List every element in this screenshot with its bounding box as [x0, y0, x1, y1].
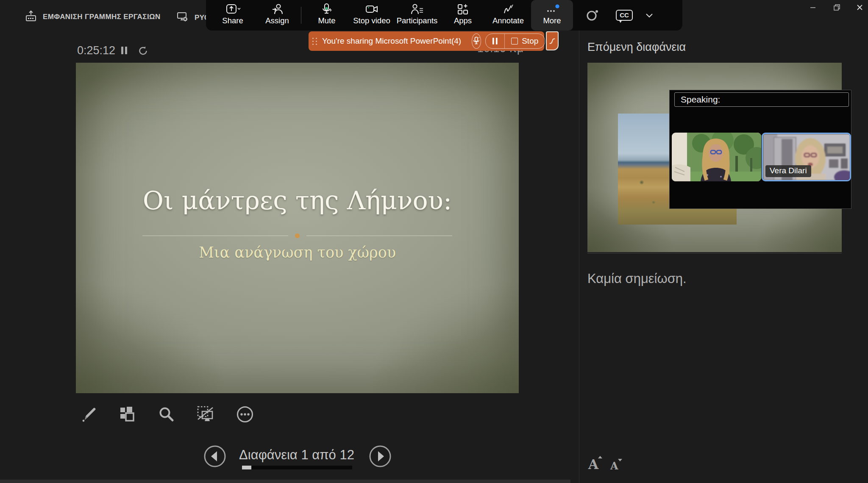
- black-screen-button[interactable]: [194, 402, 217, 426]
- apps-button[interactable]: Apps: [444, 0, 482, 31]
- mute-label: Mute: [318, 16, 335, 25]
- pause-share-icon: [492, 38, 498, 44]
- zoom-slide-button[interactable]: [155, 402, 178, 426]
- speaking-label-box: Speaking:: [674, 92, 849, 107]
- toolbar-expand-button[interactable]: [641, 0, 658, 31]
- stop-share-button[interactable]: Stop: [505, 34, 545, 48]
- speaking-label: Speaking:: [681, 94, 720, 105]
- restore-window-button[interactable]: [829, 2, 844, 13]
- ai-companion-icon: [587, 10, 598, 20]
- increase-font-button[interactable]: A: [588, 457, 598, 472]
- slide-title: Οι μάντρες της Λήμνου:: [76, 186, 519, 215]
- annotate-label: Annotate: [492, 16, 524, 25]
- apps-label: Apps: [454, 16, 472, 25]
- notification-dot: [555, 4, 559, 8]
- presentation-timer: 0:25:12: [77, 44, 115, 57]
- participants-label: Participants: [397, 16, 438, 25]
- stop-share-label: Stop: [522, 36, 538, 46]
- close-window-button[interactable]: [852, 2, 867, 13]
- black-screen-icon: [198, 407, 213, 421]
- next-arrow-icon: [370, 446, 390, 466]
- more-slideshow-options-button[interactable]: [233, 402, 257, 426]
- notes-font-controls: A A: [588, 457, 618, 472]
- display-settings-button[interactable]: ΡΥΘ: [176, 11, 210, 25]
- banner-mic-icon: [474, 37, 480, 44]
- toolbar-separator: [301, 7, 301, 24]
- stop-video-button[interactable]: Stop video: [348, 0, 395, 31]
- taskbar-icon: [25, 10, 37, 24]
- banner-mic-button[interactable]: [472, 33, 481, 49]
- slide-sorter-icon: [120, 407, 134, 421]
- ai-companion-button[interactable]: [580, 0, 605, 31]
- slide-counter: Διαφάνεια 1 από 12: [239, 447, 355, 463]
- show-taskbar-button[interactable]: ΕΜΦΑΝΙΣΗ ΓΡΑΜΜΗΣ ΕΡΓΑΣΙΩΝ: [25, 10, 161, 24]
- participants-button[interactable]: Participants: [392, 0, 442, 31]
- collapse-toolbar-button[interactable]: [546, 31, 559, 50]
- more-icon: [547, 10, 555, 12]
- chevron-down-icon: [646, 14, 652, 17]
- decrease-font-button[interactable]: A: [610, 460, 618, 472]
- minimize-window-button[interactable]: [806, 2, 820, 13]
- notes-divider: [587, 253, 842, 253]
- stop-video-label: Stop video: [353, 16, 390, 25]
- cc-icon: CC: [616, 10, 633, 21]
- banner-drag-handle[interactable]: [312, 38, 317, 45]
- slide-progress-fill: [242, 466, 251, 469]
- stop-video-icon: [366, 6, 377, 12]
- background-window-edge: [0, 480, 570, 483]
- share-button[interactable]: Share: [214, 0, 252, 31]
- restart-timer-button[interactable]: [138, 46, 148, 58]
- annotate-icon: [504, 5, 513, 13]
- more-button[interactable]: More: [531, 0, 573, 31]
- sharing-banner-text: You're sharing Microsoft PowerPoint(4): [322, 36, 461, 46]
- more-label: More: [543, 16, 561, 25]
- slide-title-divider: [142, 233, 453, 238]
- previous-slide-button[interactable]: [203, 445, 226, 468]
- annotate-button[interactable]: Annotate: [487, 0, 529, 31]
- assign-icon: [273, 4, 282, 14]
- collapse-toolbar-icon: [550, 39, 555, 43]
- meeting-toolbar: Share Assign Mute: [206, 0, 682, 31]
- pause-share-button[interactable]: [486, 34, 504, 48]
- notes-text: Καμία σημείωση.: [587, 271, 687, 286]
- share-chevron-icon: [238, 8, 240, 9]
- assign-label: Assign: [265, 16, 289, 25]
- slide-progress-track: [242, 466, 352, 469]
- pause-timer-button[interactable]: [120, 46, 128, 57]
- ellipsis-circle-icon: [238, 407, 253, 422]
- assign-button[interactable]: Assign: [258, 0, 296, 31]
- active-speaker-name: Vera Dilari: [765, 165, 811, 177]
- participant-video-tile[interactable]: [672, 133, 761, 181]
- display-settings-icon: [176, 11, 189, 25]
- restart-timer-icon: [140, 47, 147, 55]
- share-label: Share: [222, 16, 243, 25]
- sharing-banner: You're sharing Microsoft PowerPoint(4) S…: [309, 31, 544, 51]
- closed-captions-button[interactable]: CC: [612, 0, 637, 31]
- divider-dot: [295, 233, 300, 238]
- decrease-font-caret-icon: [618, 459, 622, 461]
- next-slide-heading: Επόμενη διαφάνεια: [587, 41, 686, 54]
- share-icon: [227, 5, 236, 13]
- participant-webcam-image: [672, 133, 761, 181]
- pause-timer-icon: [121, 47, 127, 54]
- presenter-window: ΕΜΦΑΝΙΣΗ ΓΡΑΜΜΗΣ ΕΡΓΑΣΙΩΝ ΡΥΘ Share: [0, 0, 868, 483]
- increase-font-caret-icon: [598, 456, 602, 458]
- apps-icon: [458, 4, 467, 14]
- pen-tool-button[interactable]: [77, 402, 101, 426]
- pen-icon: [83, 408, 96, 422]
- active-speaker-video-tile[interactable]: Vera Dilari: [762, 133, 851, 181]
- show-taskbar-label: ΕΜΦΑΝΙΣΗ ΓΡΑΜΜΗΣ ΕΡΓΑΣΙΩΝ: [43, 13, 161, 21]
- mute-button[interactable]: Mute: [308, 0, 346, 31]
- slide-subtitle: Μια ανάγνωση του χώρου: [76, 244, 519, 261]
- restore-icon: [834, 5, 840, 10]
- mute-icon: [323, 4, 332, 13]
- previous-arrow-icon: [205, 446, 225, 466]
- see-all-slides-button[interactable]: [115, 402, 139, 426]
- pause-stop-pill: Stop: [485, 33, 545, 49]
- current-slide[interactable]: Οι μάντρες της Λήμνου: Μια ανάγνωση του …: [76, 63, 519, 393]
- participants-icon: [412, 4, 423, 14]
- magnifier-icon: [161, 408, 173, 421]
- next-slide-button[interactable]: [369, 445, 392, 468]
- close-icon: [857, 5, 862, 10]
- stop-share-icon: [511, 38, 518, 44]
